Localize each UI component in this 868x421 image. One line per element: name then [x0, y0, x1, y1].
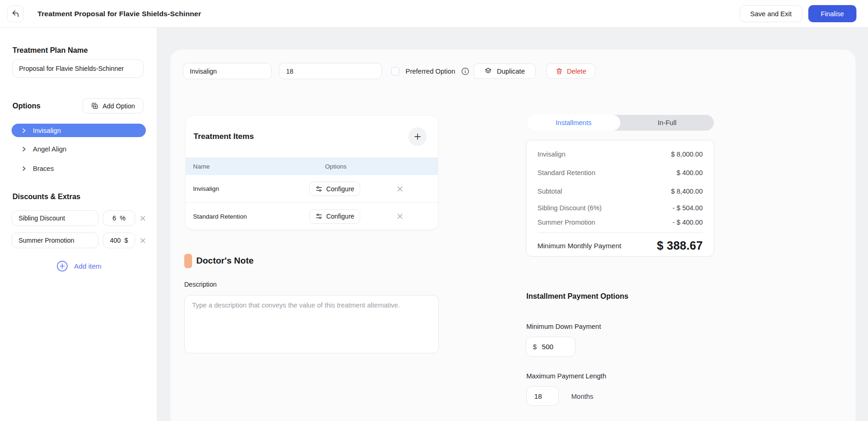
description-textarea[interactable]: [184, 295, 439, 353]
topbar: Treatment Proposal for Flavie Shields-Sc…: [0, 0, 868, 28]
treatment-item-row: Standard Retention Configure: [186, 202, 438, 230]
remove-treatment-item-icon[interactable]: [396, 213, 404, 220]
min-down-payment-label: Minimum Down Payment: [526, 323, 601, 330]
configure-button[interactable]: Configure: [309, 182, 360, 196]
discount-value: 6: [112, 214, 116, 222]
summary-label: Summer Promotion: [537, 219, 595, 226]
add-item-button[interactable]: Add item: [0, 258, 157, 273]
total-label: Minimum Monthly Payment: [537, 242, 621, 250]
page-title: Treatment Proposal for Flavie Shields-Sc…: [37, 10, 201, 18]
layers-icon: [484, 67, 492, 75]
circle-plus-icon: [56, 260, 69, 272]
sliders-icon: [315, 185, 323, 193]
price-summary-card: Invisalign $ 8,000.00 Standard Retention…: [526, 140, 714, 257]
summary-value: $ 8,400.00: [671, 188, 703, 195]
total-value: $ 388.67: [657, 239, 703, 252]
add-option-label: Add Option: [102, 102, 135, 110]
discount-value: 400: [110, 237, 120, 244]
option-name-input[interactable]: [183, 63, 272, 79]
add-item-label: Add item: [74, 262, 101, 270]
summary-line-subtotal: Subtotal $ 8,400.00: [537, 182, 703, 201]
discount-row: 6 %: [12, 210, 147, 226]
summary-value: $ 400.00: [677, 169, 703, 176]
option-label: Angel Align: [33, 145, 67, 153]
sidebar-option-angel-align[interactable]: Angel Align: [12, 142, 146, 156]
discount-name-input[interactable]: [12, 210, 99, 226]
info-icon[interactable]: [461, 67, 469, 75]
summary-label: Invisalign: [537, 151, 565, 158]
payment-tabs: Installments In-Full: [527, 115, 714, 131]
summary-line: Invisalign $ 8,000.00: [537, 145, 703, 163]
currency-symbol: $: [533, 343, 537, 351]
preferred-option-checkbox[interactable]: [391, 67, 400, 75]
summary-label: Sibling Discount (6%): [537, 204, 602, 212]
column-options: Options: [325, 163, 347, 170]
summary-value: $ 8,000.00: [671, 151, 703, 158]
configure-label: Configure: [326, 185, 355, 193]
discount-row: 400 $: [12, 232, 147, 248]
remove-treatment-item-icon[interactable]: [396, 185, 404, 193]
treatment-items-card: Treatment Items Name Options Invisalign …: [186, 116, 438, 230]
chevron-right-icon: [21, 146, 27, 152]
remove-discount-icon[interactable]: [139, 215, 146, 222]
sidebar: Treatment Plan Name Options Add Option I…: [0, 28, 157, 421]
preferred-option-label: Preferred Option: [406, 68, 455, 75]
max-payment-length-label: Maximum Payment Length: [526, 372, 606, 380]
tab-in-full[interactable]: In-Full: [620, 115, 714, 131]
discount-value-input[interactable]: 6 %: [103, 210, 135, 226]
discount-name-input[interactable]: [12, 232, 99, 248]
summary-label: Subtotal: [537, 188, 562, 195]
delete-button[interactable]: Delete: [546, 63, 595, 79]
discount-unit: %: [120, 214, 125, 222]
treatment-item-row: Invisalign Configure: [186, 175, 438, 202]
discount-value-input[interactable]: 400 $: [103, 232, 135, 248]
save-and-exit-button[interactable]: Save and Exit: [740, 5, 802, 22]
summary-value: - $ 400.00: [673, 219, 703, 226]
delete-label: Delete: [567, 68, 587, 75]
column-name: Name: [193, 163, 325, 170]
add-treatment-item-button[interactable]: [408, 127, 427, 146]
back-arrow-icon: [11, 9, 20, 18]
max-payment-length-input[interactable]: [526, 386, 559, 406]
main-area: Preferred Option Duplicate: [157, 28, 868, 421]
doctors-note-marker: [184, 254, 192, 268]
sidebar-option-braces[interactable]: Braces: [12, 162, 146, 175]
trash-icon: [556, 68, 563, 75]
plus-icon: [413, 132, 422, 141]
duplicate-button[interactable]: Duplicate: [474, 63, 536, 79]
min-down-payment-value: 500: [542, 343, 553, 351]
treatment-plan-name-label: Treatment Plan Name: [12, 46, 88, 55]
add-option-button[interactable]: Add Option: [82, 98, 144, 113]
configure-label: Configure: [326, 213, 355, 220]
doctors-note-title: Doctor's Note: [196, 256, 254, 266]
min-down-payment-input[interactable]: $ 500: [526, 337, 575, 357]
back-button[interactable]: [7, 6, 24, 22]
installment-options-title: Installment Payment Options: [526, 292, 628, 301]
treatment-item-name: Standard Retention: [193, 213, 309, 220]
option-label: Braces: [33, 165, 54, 172]
months-unit-label: Months: [571, 393, 593, 400]
sidebar-option-invisalign[interactable]: Invisalign: [12, 124, 146, 137]
treatment-items-title: Treatment Items: [194, 132, 254, 141]
tab-installments[interactable]: Installments: [527, 115, 620, 131]
copy-plus-icon: [91, 102, 99, 110]
treatment-items-header: Treatment Items: [186, 116, 438, 157]
option-editor-card: Preferred Option Duplicate: [170, 50, 856, 421]
chevron-right-icon: [21, 127, 27, 134]
summary-value: - $ 504.00: [673, 204, 703, 212]
summary-line-promotion: Summer Promotion - $ 400.00: [537, 215, 703, 229]
sliders-icon: [315, 213, 323, 220]
description-label: Description: [184, 281, 217, 288]
summary-line-discount: Sibling Discount (6%) - $ 504.00: [537, 201, 703, 215]
treatment-plan-name-input[interactable]: [12, 59, 144, 78]
finalise-button[interactable]: Finalise: [808, 5, 856, 22]
option-label: Invisalign: [33, 127, 61, 134]
remove-discount-icon[interactable]: [139, 237, 146, 244]
option-duration-input[interactable]: [279, 63, 382, 79]
configure-button[interactable]: Configure: [309, 209, 360, 224]
summary-line: Standard Retention $ 400.00: [537, 163, 703, 182]
duplicate-label: Duplicate: [497, 68, 525, 75]
treatment-items-column-headers: Name Options: [186, 157, 438, 175]
discounts-extras-label: Discounts & Extras: [12, 193, 81, 201]
discount-unit: $: [125, 237, 128, 244]
